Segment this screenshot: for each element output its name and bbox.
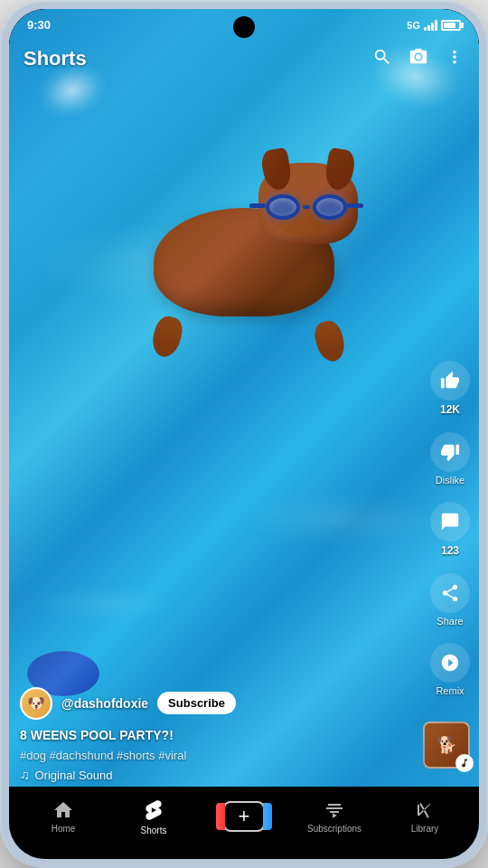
- music-badge: [455, 754, 474, 772]
- dog-goggles: [266, 194, 347, 220]
- status-time: 9:30: [27, 18, 51, 32]
- bottom-navigation: Home Shorts +: [9, 787, 479, 859]
- dog-paw-right: [312, 318, 349, 364]
- comments-icon: [440, 512, 460, 532]
- share-action[interactable]: Share: [430, 573, 470, 627]
- nav-subscriptions[interactable]: Subscriptions: [289, 799, 380, 834]
- music-label: Original Sound: [35, 769, 113, 782]
- page-title: Shorts: [23, 47, 87, 71]
- dislike-icon: [440, 442, 460, 462]
- home-icon: [52, 799, 74, 821]
- nav-shorts[interactable]: Shorts: [108, 797, 199, 835]
- share-label: Share: [436, 616, 463, 627]
- create-plus-icon: +: [239, 805, 250, 828]
- remix-icon: [440, 653, 460, 673]
- channel-name[interactable]: @dashofdoxie: [61, 696, 148, 711]
- comment-count: 123: [441, 544, 459, 557]
- content-info: 🐶 @dashofdoxie Subscribe 8 WEENS POOL PA…: [20, 687, 416, 782]
- top-bar: Shorts: [9, 36, 479, 81]
- music-note-icon: ♫: [20, 768, 30, 782]
- nav-shorts-label: Shorts: [141, 826, 167, 835]
- library-icon: [414, 799, 436, 821]
- dog-animation: [99, 136, 389, 443]
- nav-create[interactable]: +: [199, 801, 289, 832]
- dislike-action[interactable]: Dislike: [430, 432, 470, 486]
- phone-screen: 9:30 5G: [9, 9, 479, 859]
- nav-library-label: Library: [411, 824, 439, 834]
- like-action[interactable]: 12K: [430, 361, 470, 416]
- nav-home[interactable]: Home: [18, 799, 108, 834]
- nav-home-label: Home: [52, 824, 76, 834]
- music-row: ♫ Original Sound: [20, 768, 416, 782]
- network-indicator: 5G: [407, 20, 420, 31]
- nav-subscriptions-label: Subscriptions: [307, 824, 361, 834]
- phone-frame: 9:30 5G: [0, 0, 488, 868]
- channel-row: 🐶 @dashofdoxie Subscribe: [20, 687, 416, 720]
- comments-action[interactable]: 123: [430, 502, 470, 557]
- top-bar-actions: [372, 47, 465, 71]
- remix-action[interactable]: Remix: [430, 643, 470, 696]
- shorts-icon: [142, 798, 165, 822]
- video-hashtags: #dog #dachshund #shorts #viral: [20, 749, 416, 762]
- status-icons: 5G: [407, 20, 461, 31]
- channel-avatar[interactable]: 🐶: [20, 687, 52, 720]
- camera-icon[interactable]: [408, 47, 428, 71]
- screen-content: 9:30 5G: [9, 9, 479, 859]
- nav-library[interactable]: Library: [380, 799, 470, 834]
- subscriptions-icon: [324, 799, 345, 821]
- subscribe-button[interactable]: Subscribe: [157, 692, 236, 714]
- channel-thumbnail[interactable]: 🐕: [423, 722, 470, 769]
- video-title: 8 WEENS POOL PARTY?!: [20, 727, 416, 743]
- like-count: 12K: [440, 403, 460, 416]
- more-options-icon[interactable]: [445, 47, 465, 71]
- camera-notch: [233, 16, 255, 38]
- dislike-label: Dislike: [436, 475, 465, 486]
- battery-icon: [441, 20, 461, 31]
- dog-head: [258, 163, 358, 244]
- remix-label: Remix: [436, 685, 464, 696]
- share-icon: [440, 583, 460, 603]
- signal-icon: [424, 20, 437, 31]
- action-bar: 12K Dislike: [430, 361, 470, 696]
- search-icon[interactable]: [372, 47, 392, 71]
- like-icon: [440, 371, 460, 391]
- dog-paw-left: [149, 314, 186, 360]
